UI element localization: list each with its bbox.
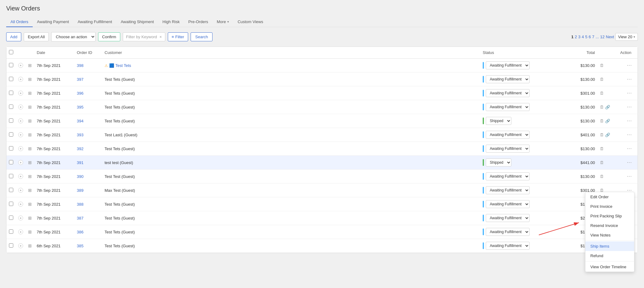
row-checkbox[interactable]	[9, 146, 13, 150]
row-checkbox[interactable]	[9, 160, 13, 164]
add-button[interactable]: Add	[6, 32, 21, 41]
status-select[interactable]: Awaiting Fulfillment	[486, 242, 530, 250]
dropdown-item-ship-items[interactable]: Ship Items	[585, 241, 634, 251]
order-id-link[interactable]: 394	[77, 119, 84, 123]
tab-awaiting-fulfillment[interactable]: Awaiting Fulfillment	[73, 17, 117, 27]
row-checkbox[interactable]	[9, 91, 13, 95]
dots-menu-button[interactable]: ···	[625, 173, 634, 179]
tab-more[interactable]: More ▾	[213, 17, 233, 27]
filter-button[interactable]: ≡ Filter	[168, 32, 188, 41]
order-id-link[interactable]: 395	[77, 105, 84, 109]
dropdown-item-view-order-timeline[interactable]: View Order Timeline	[585, 262, 634, 272]
dots-menu-button[interactable]: ···	[625, 145, 634, 152]
pagination-page-2[interactable]: 2	[575, 35, 577, 39]
status-select[interactable]: Awaiting Fulfillment	[486, 214, 530, 222]
dots-menu-button[interactable]: ···	[625, 131, 634, 138]
expand-button[interactable]: +	[18, 146, 23, 151]
order-id-link[interactable]: 396	[77, 91, 84, 96]
expand-button[interactable]: +	[18, 160, 23, 165]
row-checkbox[interactable]	[9, 188, 13, 192]
order-id-link[interactable]: 392	[77, 146, 84, 151]
calendar-icon[interactable]: 🗓	[600, 105, 604, 109]
link-icon[interactable]: 🔗	[605, 133, 610, 137]
calendar-icon[interactable]: 🗓	[600, 63, 604, 68]
expand-button[interactable]: +	[18, 216, 23, 220]
tab-high-risk[interactable]: High Risk	[158, 17, 184, 27]
select-all-checkbox[interactable]	[9, 50, 13, 54]
filter-clear-icon[interactable]: ×	[159, 35, 162, 39]
calendar-icon[interactable]: 🗓	[600, 160, 604, 165]
row-checkbox[interactable]	[9, 229, 13, 234]
pagination-page-1[interactable]: 1	[571, 35, 573, 39]
expand-button[interactable]: +	[18, 77, 23, 82]
expand-button[interactable]: +	[18, 202, 23, 207]
status-select[interactable]: Awaiting Fulfillment	[486, 145, 530, 153]
row-checkbox[interactable]	[9, 132, 13, 137]
tab-awaiting-shipment[interactable]: Awaiting Shipment	[116, 17, 158, 27]
order-id-link[interactable]: 391	[77, 160, 84, 165]
row-checkbox[interactable]	[9, 174, 13, 178]
calendar-icon[interactable]: 🗓	[600, 77, 604, 82]
dropdown-item-edit-order[interactable]: Edit Order	[585, 192, 634, 202]
pagination-page-4[interactable]: 4	[582, 35, 584, 39]
calendar-icon[interactable]: 🗓	[600, 119, 604, 123]
dropdown-item-view-notes[interactable]: View Notes	[585, 230, 634, 240]
dropdown-item-print-packing-slip[interactable]: Print Packing Slip	[585, 211, 634, 221]
filter-keyword-field[interactable]: Filter by Keyword ×	[123, 32, 165, 41]
dots-menu-button[interactable]: ···	[625, 117, 634, 124]
expand-button[interactable]: +	[18, 91, 23, 96]
dots-menu-button[interactable]: ···	[625, 159, 634, 166]
order-id-link[interactable]: 390	[77, 174, 84, 179]
order-id-link[interactable]: 397	[77, 77, 84, 82]
view-select[interactable]: View 20 ▾	[615, 33, 638, 41]
status-select[interactable]: Awaiting Fulfillment	[486, 172, 530, 180]
tab-awaiting-payment[interactable]: Awaiting Payment	[33, 17, 73, 27]
order-id-link[interactable]: 386	[77, 230, 84, 234]
status-select[interactable]: Shipped	[486, 158, 511, 167]
search-button[interactable]: Search	[191, 32, 213, 41]
order-id-link[interactable]: 387	[77, 216, 84, 220]
dots-menu-button[interactable]: ···	[625, 76, 634, 82]
status-select[interactable]: Awaiting Fulfillment	[486, 103, 530, 111]
export-all-button[interactable]: Export All	[24, 32, 49, 41]
link-icon[interactable]: 🔗	[605, 105, 610, 109]
pagination-page-7[interactable]: 7	[592, 35, 594, 39]
tab-all-orders[interactable]: All Orders	[6, 17, 33, 27]
expand-button[interactable]: +	[18, 118, 23, 123]
calendar-icon[interactable]: 🗓	[600, 133, 604, 137]
dropdown-item-refund[interactable]: Refund	[585, 251, 634, 261]
pagination-next[interactable]: Next	[606, 35, 614, 39]
pagination-page-12[interactable]: 12	[600, 35, 605, 39]
calendar-icon[interactable]: 🗓	[600, 91, 604, 96]
row-checkbox[interactable]	[9, 63, 13, 67]
status-select[interactable]: Awaiting Fulfillment	[486, 61, 530, 69]
calendar-icon[interactable]: 🗓	[600, 174, 604, 179]
tab-pre-orders[interactable]: Pre-Orders	[184, 17, 212, 27]
expand-button[interactable]: +	[18, 174, 23, 179]
expand-button[interactable]: +	[18, 229, 23, 234]
row-checkbox[interactable]	[9, 202, 13, 206]
expand-button[interactable]: +	[18, 188, 23, 193]
order-id-link[interactable]: 389	[77, 188, 84, 193]
date-header[interactable]: Date	[34, 47, 74, 59]
row-checkbox[interactable]	[9, 105, 13, 109]
order-id-link[interactable]: 393	[77, 133, 84, 137]
action-select[interactable]: Choose an action	[51, 32, 96, 42]
expand-button[interactable]: +	[18, 105, 23, 109]
order-id-link[interactable]: 385	[77, 244, 84, 248]
status-select[interactable]: Shipped	[486, 117, 511, 125]
row-checkbox[interactable]	[9, 216, 13, 220]
pagination-page-5[interactable]: 5	[585, 35, 587, 39]
status-select[interactable]: Awaiting Fulfillment	[486, 131, 530, 139]
pagination-page-3[interactable]: 3	[578, 35, 580, 39]
confirm-button[interactable]: Confirm	[98, 32, 120, 41]
customer-link[interactable]: Test Tets	[115, 63, 131, 68]
row-checkbox[interactable]	[9, 77, 13, 81]
status-select[interactable]: Awaiting Fulfillment	[486, 228, 530, 236]
status-select[interactable]: Awaiting Fulfillment	[486, 186, 530, 194]
status-select[interactable]: Awaiting Fulfillment	[486, 200, 530, 208]
order-id-link[interactable]: 398	[77, 63, 84, 68]
status-select[interactable]: Awaiting Fulfillment	[486, 75, 530, 83]
pagination-page-6[interactable]: 6	[588, 35, 591, 39]
tab-custom-views[interactable]: Custom Views	[233, 17, 267, 27]
